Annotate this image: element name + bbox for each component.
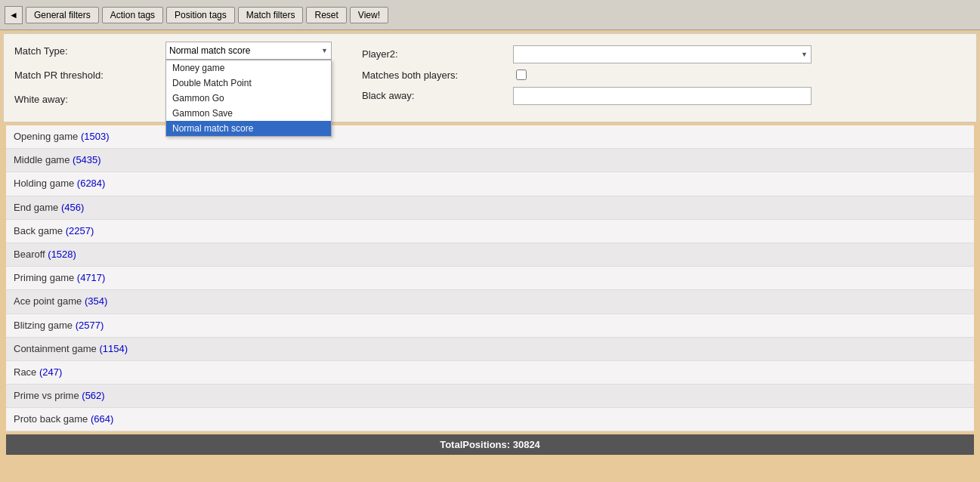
list-item-count: (247)	[39, 366, 62, 378]
list-item-count: (4717)	[77, 272, 106, 283]
list-item-count: (1154)	[99, 343, 128, 354]
list-item[interactable]: Proto back game (664)	[6, 408, 974, 431]
match-type-dropdown: Money game Double Match Point Gammon Go …	[165, 60, 332, 137]
list-item-count: (1503)	[81, 131, 110, 142]
matches-both-players-checkbox[interactable]	[516, 70, 527, 80]
match-type-select-wrapper: Normal match score	[165, 42, 332, 60]
list-item-count: (5435)	[73, 154, 101, 165]
list-item-count: (6284)	[77, 178, 106, 189]
back-button[interactable]: ◄	[5, 6, 23, 24]
list-item[interactable]: Prime vs prime (562)	[6, 385, 974, 408]
dropdown-item-double-match-point[interactable]: Double Match Point	[166, 76, 331, 91]
dropdown-item-gammon-go[interactable]: Gammon Go	[166, 91, 331, 106]
match-type-select[interactable]: Normal match score	[165, 42, 332, 60]
player2-label: Player2:	[362, 48, 513, 60]
list-item-count: (354)	[85, 295, 107, 307]
list-area: Opening game (1503)Middle game (5435)Hol…	[6, 125, 974, 431]
match-type-row: Match Type: Normal match score	[14, 42, 362, 60]
list-item[interactable]: Middle game (5435)	[6, 149, 974, 172]
list-item[interactable]: End game (456)	[6, 196, 974, 220]
list-item[interactable]: Priming game (4717)	[6, 267, 974, 290]
match-type-label: Match Type:	[14, 45, 165, 57]
dropdown-item-normal-match-score[interactable]: Normal match score	[166, 121, 331, 136]
list-item-count: (664)	[91, 413, 113, 425]
action-tags-button[interactable]: Action tags	[102, 7, 163, 23]
match-pr-threshold-label: Match PR threshold:	[14, 70, 165, 81]
list-item-count: (1528)	[48, 249, 76, 260]
list-item[interactable]: Opening game (1503)	[6, 125, 974, 149]
toolbar: ◄ General filters Action tags Position t…	[0, 0, 980, 30]
position-tags-button[interactable]: Position tags	[166, 7, 235, 23]
matches-both-players-label: Matches both players:	[362, 70, 513, 81]
list-item-count: (2257)	[66, 225, 94, 236]
list-item[interactable]: Blitzing game (2577)	[6, 314, 974, 338]
reset-button[interactable]: Reset	[306, 7, 346, 23]
player2-select[interactable]	[513, 45, 812, 63]
dropdown-item-gammon-save[interactable]: Gammon Save	[166, 106, 331, 121]
general-filters-button[interactable]: General filters	[26, 7, 99, 23]
black-away-label: Black away:	[362, 90, 513, 101]
match-filters-button[interactable]: Match filters	[238, 7, 304, 23]
list-item[interactable]: Holding game (6284)	[6, 172, 974, 196]
list-item[interactable]: Ace point game (354)	[6, 290, 974, 314]
black-away-input[interactable]	[513, 87, 812, 105]
player2-row: Player2:	[362, 45, 966, 63]
right-filters: Player2: Matches both players: Black awa…	[362, 45, 966, 111]
list-item[interactable]: Back game (2257)	[6, 220, 974, 243]
white-away-label: White away:	[14, 94, 165, 105]
footer-total: TotalPositions: 30824	[6, 434, 974, 455]
list-item[interactable]: Race (247)	[6, 361, 974, 385]
view-button[interactable]: View!	[350, 7, 388, 23]
list-item[interactable]: Bearoff (1528)	[6, 243, 974, 267]
black-away-row: Black away:	[362, 87, 966, 105]
list-item-count: (562)	[82, 390, 104, 401]
filters-panel: Match Type: Normal match score Match PR …	[3, 33, 977, 122]
matches-both-players-row: Matches both players:	[362, 70, 966, 81]
list-item-count: (456)	[61, 202, 84, 213]
dropdown-item-money-game[interactable]: Money game	[166, 60, 331, 76]
list-item[interactable]: Containment game (1154)	[6, 338, 974, 361]
player2-select-wrapper	[513, 45, 812, 63]
list-item-count: (2577)	[76, 320, 104, 331]
